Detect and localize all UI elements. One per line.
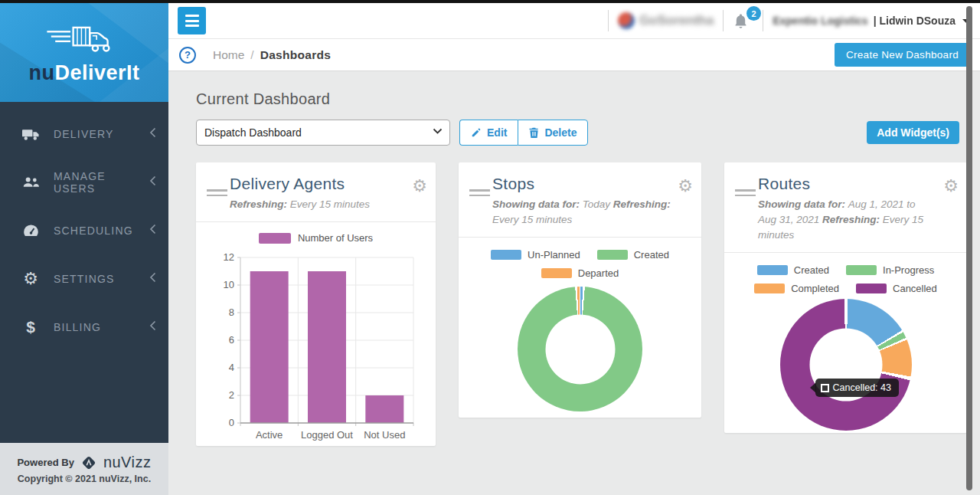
breadcrumb-home[interactable]: Home: [213, 48, 244, 62]
logo-text-nu: nu: [28, 61, 54, 84]
legend-item[interactable]: Cancelled: [856, 283, 937, 294]
chevron-left-icon: [149, 320, 156, 334]
legend-swatch: [846, 265, 877, 275]
powered-by-label: Powered By: [17, 457, 74, 468]
add-widgets-button[interactable]: Add Widget(s): [867, 121, 959, 144]
truck-icon: [20, 127, 41, 141]
logo-text-deliverit: DeliverIt: [54, 61, 139, 84]
sidebar-item-label: SETTINGS: [54, 273, 149, 285]
legend-item[interactable]: Departed: [541, 267, 619, 279]
legend-label: Cancelled: [893, 283, 937, 294]
customer-brand-icon: [618, 12, 635, 29]
users-icon: [20, 175, 41, 188]
legend-label: In-Progress: [883, 264, 934, 276]
legend-item[interactable]: Created: [597, 249, 669, 261]
nuvizz-wordmark: nuVizz: [103, 454, 152, 471]
legend-label: Created: [634, 249, 669, 261]
legend-item[interactable]: Completed: [754, 283, 839, 294]
svg-text:0: 0: [228, 417, 234, 428]
legend-item[interactable]: Created: [757, 264, 829, 276]
legend-item[interactable]: Un-Planned: [491, 249, 580, 261]
drag-handle-icon[interactable]: [469, 186, 490, 199]
breadcrumb-current: Dashboards: [260, 48, 332, 62]
delete-dashboard-button[interactable]: Delete: [518, 120, 588, 146]
sidebar-item-manage-users[interactable]: MANAGE USERS: [0, 158, 168, 206]
sidebar-nav: DELIVERYMANAGE USERSSCHEDULING⚙SETTINGS$…: [0, 102, 168, 443]
legend-swatch: [597, 250, 628, 260]
routes-donut-chart[interactable]: [780, 299, 912, 431]
breadcrumb: Home / Dashboards: [213, 48, 331, 62]
svg-text:Logged Out: Logged Out: [301, 429, 353, 441]
truck-logo-icon: [43, 23, 126, 58]
widget-meta: Showing data for: Aug 1, 2021 to Aug 31,…: [758, 197, 933, 243]
create-new-dashboard-button[interactable]: Create New Dashboard: [835, 43, 970, 67]
notifications-button[interactable]: 2: [733, 9, 753, 32]
notification-count-badge: 2: [746, 6, 761, 21]
account-menu[interactable]: Expentio Logistics | Lidwin DSouza: [773, 15, 970, 27]
edit-dashboard-button[interactable]: Edit: [459, 120, 518, 146]
legend-item[interactable]: Number of Users: [196, 232, 436, 244]
drag-handle-icon[interactable]: [207, 186, 227, 199]
drag-handle-icon[interactable]: [735, 186, 756, 199]
legend-label: Un-Planned: [528, 249, 580, 261]
donut-legend: Un-PlannedCreatedDeparted: [459, 249, 701, 279]
stops-donut-chart[interactable]: [518, 287, 642, 411]
scrollbar-thumb[interactable]: [966, 6, 972, 490]
widget-meta: Refreshing: Every 15 minutes: [230, 197, 405, 212]
chevron-left-icon: [149, 224, 156, 238]
widget-settings-gear-icon[interactable]: ⚙: [678, 178, 693, 195]
breadcrumb-bar: ? Home / Dashboards Create New Dashboard: [168, 38, 980, 71]
svg-text:8: 8: [228, 307, 234, 318]
account-user-text: | Lidwin DSouza: [874, 15, 956, 27]
sidebar-item-delivery[interactable]: DELIVERY: [0, 110, 168, 158]
svg-text:2: 2: [228, 389, 234, 401]
widget-settings-gear-icon[interactable]: ⚙: [943, 178, 959, 195]
legend-swatch: [491, 250, 521, 260]
hamburger-menu-button[interactable]: [178, 7, 206, 34]
legend-label: Number of Users: [298, 232, 373, 244]
legend-swatch: [541, 268, 572, 278]
sidebar-item-billing[interactable]: $BILLING: [0, 303, 168, 351]
page-title: Current Dashboard: [196, 90, 967, 108]
window-top-strip: [0, 0, 980, 3]
widget-title: Delivery Agents: [230, 175, 405, 193]
bar-chart[interactable]: 024681012ActiveLogged OutNot Used: [210, 245, 423, 454]
sidebar-item-scheduling[interactable]: SCHEDULING: [0, 206, 168, 254]
legend-label: Created: [794, 264, 829, 276]
edit-button-label: Edit: [487, 126, 507, 139]
pencil-icon: [471, 127, 482, 138]
topbar-divider: [608, 10, 609, 31]
trash-icon: [529, 127, 539, 139]
dollar-icon: $: [20, 318, 41, 336]
legend-swatch: [754, 284, 785, 293]
legend-label: Completed: [791, 283, 839, 294]
legend-label: Departed: [578, 267, 619, 279]
app-logo-text: nuDeliverIt: [28, 61, 139, 85]
widget-routes: Routes Showing data for: Aug 1, 2021 to …: [724, 162, 967, 433]
svg-text:6: 6: [228, 334, 234, 346]
widget-stops: Stops Showing data for: Today Refreshing…: [459, 162, 701, 418]
help-icon[interactable]: ?: [179, 47, 196, 64]
svg-text:Active: Active: [255, 429, 282, 441]
widget-title: Routes: [758, 175, 936, 193]
content-area: Current Dashboard Dispatch Dashboard Edi…: [168, 71, 980, 495]
legend-item[interactable]: In-Progress: [846, 264, 934, 276]
widget-meta: Showing data for: Today Refreshing: Ever…: [492, 197, 671, 228]
widget-title: Stops: [492, 175, 671, 193]
widget-settings-gear-icon[interactable]: ⚙: [412, 178, 427, 195]
chevron-left-icon: [149, 127, 156, 141]
sidebar-footer: Powered By nuVizz Copyright © 2021 nuViz…: [0, 443, 168, 495]
tooltip-swatch: [821, 384, 829, 392]
sidebar-item-settings[interactable]: ⚙SETTINGS: [0, 254, 168, 303]
customer-brand-text: GoSorentha: [639, 13, 714, 28]
svg-text:10: 10: [223, 279, 234, 290]
svg-text:12: 12: [223, 251, 234, 263]
chevron-left-icon: [149, 272, 156, 286]
donut-legend: CreatedIn-ProgressCompletedCancelled: [724, 264, 967, 294]
gear-icon: ⚙: [20, 270, 41, 287]
topbar: GoSorentha 2 Expentio Logistics | Lidwin…: [168, 3, 980, 38]
chart-tooltip: Cancelled: 43: [815, 379, 899, 397]
dashboard-select[interactable]: Dispatch Dashboard: [196, 120, 450, 146]
chevron-left-icon: [149, 175, 156, 189]
copyright-text: Copyright © 2021 nuVizz, Inc.: [18, 474, 151, 484]
